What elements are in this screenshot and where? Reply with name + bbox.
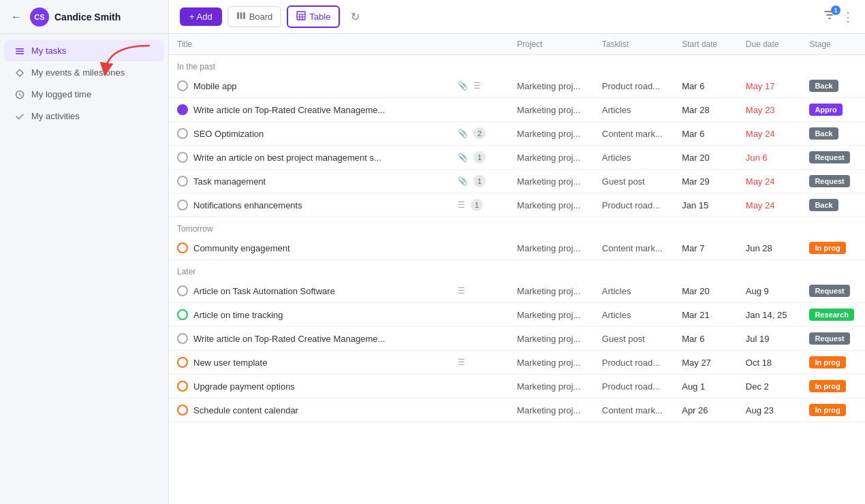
main-content: + Add Board Table ↻ 1 ⋮ Title xyxy=(169,0,865,504)
task-circle[interactable] xyxy=(177,405,188,415)
task-name: Article on time tracking xyxy=(193,310,452,320)
task-circle[interactable] xyxy=(177,309,188,320)
table-view-button[interactable]: Table xyxy=(287,5,340,28)
start-date-cell: Apr 26 xyxy=(674,398,738,422)
due-date-cell: May 24 xyxy=(738,122,802,146)
task-circle[interactable] xyxy=(177,152,188,163)
table-row[interactable]: Schedule content calendarMarketing proj.… xyxy=(169,398,865,422)
board-icon xyxy=(236,11,246,22)
stage-cell: In prog xyxy=(801,398,865,422)
col-start-date: Start date xyxy=(674,34,738,55)
stage-badge: Request xyxy=(809,285,849,297)
stage-badge: In prog xyxy=(809,356,845,368)
task-name: Write an article on best project managem… xyxy=(193,153,452,163)
stage-cell: Request xyxy=(801,146,865,170)
svg-rect-5 xyxy=(240,12,242,19)
task-name: Mobile app xyxy=(193,81,452,91)
table-row[interactable]: Community engagementMarketing proj...Con… xyxy=(169,236,865,260)
table-row[interactable]: Write an article on best project managem… xyxy=(169,146,865,170)
toolbar-right: 1 ⋮ xyxy=(823,8,854,25)
task-name: SEO Optimization xyxy=(193,129,452,139)
due-date-cell: May 23 xyxy=(738,98,802,122)
stage-cell: In prog xyxy=(801,375,865,398)
due-date-cell: Aug 23 xyxy=(738,398,802,422)
sidebar-item-my-logged-time[interactable]: My logged time xyxy=(4,84,164,105)
stage-cell: Request xyxy=(801,170,865,193)
add-button[interactable]: + Add xyxy=(180,7,222,26)
section-header: In the past xyxy=(169,55,865,75)
project-cell: Marketing proj... xyxy=(517,286,586,296)
task-circle[interactable] xyxy=(177,104,188,115)
more-options-button[interactable]: ⋮ xyxy=(842,10,854,25)
check-icon xyxy=(15,112,25,121)
start-date-cell: May 27 xyxy=(674,351,738,375)
due-date-cell: Jan 14, 25 xyxy=(738,303,802,327)
sidebar-user-name: Candice Smith xyxy=(54,12,160,22)
project-cell: Marketing proj... xyxy=(517,381,586,392)
project-cell: Marketing proj... xyxy=(517,200,586,210)
table-row[interactable]: Task management📎1Marketing proj...Guest … xyxy=(169,170,865,193)
start-date-cell: Mar 6 xyxy=(674,327,738,351)
table-row[interactable]: Notifications enhancements☰1Marketing pr… xyxy=(169,193,865,217)
board-view-button[interactable]: Board xyxy=(227,6,282,27)
task-circle[interactable] xyxy=(177,381,188,392)
due-date-cell: Dec 2 xyxy=(738,375,802,398)
table-row[interactable]: Article on Task Automation Software☰Mark… xyxy=(169,279,865,303)
task-circle[interactable] xyxy=(177,333,188,344)
time-icon xyxy=(15,90,25,99)
col-tasklist: Tasklist xyxy=(594,34,674,55)
start-date-cell: Mar 6 xyxy=(674,122,738,146)
attachment-icon: 📎 xyxy=(458,153,468,162)
task-circle[interactable] xyxy=(177,285,188,296)
table-label: Table xyxy=(309,12,330,22)
stage-cell: Back xyxy=(801,122,865,146)
table-row[interactable]: Mobile app📎☰Marketing proj...Product roa… xyxy=(169,74,865,98)
tasklist-cell: Product road... xyxy=(602,200,665,210)
filter-button[interactable]: 1 xyxy=(823,8,836,25)
task-circle[interactable] xyxy=(177,242,188,253)
start-date-cell: Aug 1 xyxy=(674,375,738,398)
project-cell: Marketing proj... xyxy=(517,81,586,91)
task-circle[interactable] xyxy=(177,357,188,368)
table-row[interactable]: Article on time trackingMarketing proj..… xyxy=(169,303,865,327)
filter-badge: 1 xyxy=(831,5,840,15)
sidebar-item-my-events[interactable]: My events & milestones xyxy=(4,62,164,83)
stage-badge: Research xyxy=(809,309,854,321)
task-circle[interactable] xyxy=(177,200,188,210)
start-date-cell: Mar 7 xyxy=(674,236,738,260)
sidebar-item-my-tasks[interactable]: My tasks xyxy=(4,40,164,61)
task-name: Article on Task Automation Software xyxy=(193,286,452,296)
table-row[interactable]: Write article on Top-Rated Creative Mana… xyxy=(169,98,865,122)
table-row[interactable]: Upgrade payment optionsMarketing proj...… xyxy=(169,375,865,398)
tasklist-cell: Articles xyxy=(602,286,665,296)
sidebar: ← CS Candice Smith My tasks My events & … xyxy=(0,0,169,504)
task-circle[interactable] xyxy=(177,128,188,139)
due-date-cell: Jun 6 xyxy=(738,146,802,170)
attachment-icon: 📎 xyxy=(458,129,468,138)
count-badge: 1 xyxy=(471,199,483,211)
start-date-cell: Mar 6 xyxy=(674,74,738,98)
table-row[interactable]: SEO Optimization📎2Marketing proj...Conte… xyxy=(169,122,865,146)
task-circle[interactable] xyxy=(177,176,188,187)
task-name: Schedule content calendar xyxy=(193,405,452,415)
table-row[interactable]: New user template☰Marketing proj...Produ… xyxy=(169,351,865,375)
stage-badge: Back xyxy=(809,199,838,211)
sidebar-item-my-activities[interactable]: My activities xyxy=(4,106,164,127)
due-date-cell: May 17 xyxy=(738,74,802,98)
task-name: New user template xyxy=(193,358,452,368)
stage-badge: In prog xyxy=(809,242,845,254)
refresh-button[interactable]: ↻ xyxy=(348,7,362,26)
section-header: Tomorrow xyxy=(169,217,865,237)
stage-cell: Research xyxy=(801,303,865,327)
tasklist-cell: Articles xyxy=(602,153,665,163)
tasks-icon xyxy=(15,46,25,56)
tasklist-cell: Articles xyxy=(602,105,665,115)
back-button[interactable]: ← xyxy=(8,9,25,25)
table-row[interactable]: Write article on Top-Rated Creative Mana… xyxy=(169,327,865,351)
task-circle[interactable] xyxy=(177,80,188,91)
tasklist-cell: Product road... xyxy=(602,358,665,368)
tasklist-cell: Content mark... xyxy=(602,243,665,253)
task-name: Notifications enhancements xyxy=(193,200,452,210)
stage-cell: In prog xyxy=(801,351,865,375)
project-cell: Marketing proj... xyxy=(517,176,586,187)
